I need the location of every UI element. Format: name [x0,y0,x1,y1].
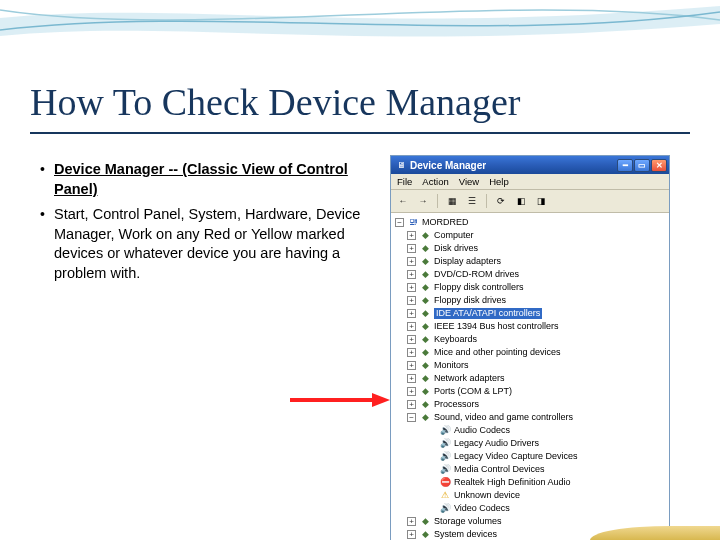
bullet-2-text: Start, Control Panel, System, Hardware, … [54,205,375,283]
tree-device[interactable]: ⚠Unknown device [393,489,667,502]
tree-device[interactable]: 🔊Legacy Video Capture Devices [393,450,667,463]
tree-device[interactable]: ⛔Realtek High Definition Audio [393,476,667,489]
tree-category[interactable]: +◆Computer [393,229,667,242]
content-bullets: • Device Manager -- (Classic View of Con… [40,160,375,289]
expand-icon[interactable]: + [407,231,416,240]
menu-view[interactable]: View [459,176,479,187]
close-button[interactable]: ✕ [651,159,667,172]
expand-icon[interactable]: + [407,296,416,305]
app-icon: 🖥 [395,159,407,171]
tree-category-icon: ◆ [419,282,431,294]
expand-icon[interactable]: + [407,335,416,344]
tree-category-icon: ◆ [419,347,431,359]
tree-device-label: Audio Codecs [454,425,510,436]
menu-help[interactable]: Help [489,176,509,187]
device-tree[interactable]: −🖳MORDRED+◆Computer+◆Disk drives+◆Displa… [391,213,669,540]
expand-icon[interactable]: + [407,374,416,383]
tree-category[interactable]: +◆IEEE 1394 Bus host controllers [393,320,667,333]
tree-category-label: Computer [434,230,474,241]
tree-device[interactable]: 🔊Audio Codecs [393,424,667,437]
back-icon[interactable]: ← [395,193,411,209]
expand-icon [427,452,436,461]
expand-icon[interactable]: + [407,257,416,266]
tree-category-label: Monitors [434,360,469,371]
bullet-2: • Start, Control Panel, System, Hardware… [40,205,375,283]
forward-icon[interactable]: → [415,193,431,209]
separator [437,194,438,208]
expand-icon[interactable]: + [407,270,416,279]
tree-device-icon: 🔊 [439,438,451,450]
tree-category-label: Floppy disk controllers [434,282,524,293]
expand-icon[interactable]: + [407,309,416,318]
toolbar-icon[interactable]: ▦ [444,193,460,209]
tree-category-icon: ◆ [419,243,431,255]
tree-category-icon: ◆ [419,529,431,541]
tree-category-icon: ◆ [419,386,431,398]
tree-category[interactable]: +◆Storage volumes [393,515,667,528]
tree-category[interactable]: +◆Floppy disk drives [393,294,667,307]
tree-category[interactable]: +◆DVD/CD-ROM drives [393,268,667,281]
tree-category[interactable]: +◆Processors [393,398,667,411]
tree-category[interactable]: +◆Floppy disk controllers [393,281,667,294]
expand-icon[interactable]: + [407,361,416,370]
tree-category-icon: ◆ [419,334,431,346]
properties-icon[interactable]: ☰ [464,193,480,209]
tree-category-label: DVD/CD-ROM drives [434,269,519,280]
tree-device[interactable]: 🔊Legacy Audio Drivers [393,437,667,450]
tree-root[interactable]: −🖳MORDRED [393,216,667,229]
tree-category-label: Keyboards [434,334,477,345]
expand-icon[interactable]: − [395,218,404,227]
tree-category-icon: ◆ [419,516,431,528]
tree-category-label: Processors [434,399,479,410]
tree-category[interactable]: −◆Sound, video and game controllers [393,411,667,424]
tree-device[interactable]: 🔊Media Control Devices [393,463,667,476]
expand-icon[interactable]: + [407,348,416,357]
menu-action[interactable]: Action [422,176,448,187]
expand-icon[interactable]: + [407,283,416,292]
tree-device-label: Video Codecs [454,503,510,514]
expand-icon[interactable]: + [407,517,416,526]
tree-category-label: Display adapters [434,256,501,267]
tree-category-icon: ◆ [419,256,431,268]
tree-category[interactable]: +◆Network adapters [393,372,667,385]
tree-category-label: Floppy disk drives [434,295,506,306]
tree-device-label: Legacy Video Capture Devices [454,451,577,462]
expand-icon[interactable]: + [407,387,416,396]
tree-device-label: Unknown device [454,490,520,501]
svg-marker-1 [372,393,390,407]
tree-category-label: Disk drives [434,243,478,254]
tree-category-icon: ◆ [419,230,431,242]
expand-icon[interactable]: − [407,413,416,422]
expand-icon[interactable]: + [407,322,416,331]
uninstall-icon[interactable]: ◨ [533,193,549,209]
tree-category[interactable]: +◆Display adapters [393,255,667,268]
menubar: File Action View Help [391,174,669,190]
expand-icon[interactable]: + [407,244,416,253]
tree-device[interactable]: 🔊Video Codecs [393,502,667,515]
bullet-1-text: Device Manager -- (Classic View of Contr… [54,160,375,199]
expand-icon [427,504,436,513]
tree-category[interactable]: +◆Keyboards [393,333,667,346]
device-manager-window: 🖥 Device Manager ━ ▭ ✕ File Action View … [390,155,670,540]
menu-file[interactable]: File [397,176,412,187]
minimize-button[interactable]: ━ [617,159,633,172]
tree-category[interactable]: +◆Monitors [393,359,667,372]
tree-category-label: Storage volumes [434,516,502,527]
expand-icon[interactable]: + [407,530,416,539]
refresh-icon[interactable]: ⟳ [493,193,509,209]
tree-category-icon: ◆ [419,295,431,307]
tree-device-icon: ⛔ [439,477,451,489]
tree-category[interactable]: +◆Disk drives [393,242,667,255]
titlebar[interactable]: 🖥 Device Manager ━ ▭ ✕ [391,156,669,174]
tree-category-label: IDE ATA/ATAPI controllers [434,308,542,319]
maximize-button[interactable]: ▭ [634,159,650,172]
expand-icon [427,426,436,435]
tree-category[interactable]: +◆Mice and other pointing devices [393,346,667,359]
tree-category-icon: ◆ [419,360,431,372]
update-icon[interactable]: ◧ [513,193,529,209]
tree-category[interactable]: +◆Ports (COM & LPT) [393,385,667,398]
tree-category[interactable]: +◆IDE ATA/ATAPI controllers [393,307,667,320]
expand-icon[interactable]: + [407,400,416,409]
expand-icon [427,491,436,500]
tree-category-label: Ports (COM & LPT) [434,386,512,397]
